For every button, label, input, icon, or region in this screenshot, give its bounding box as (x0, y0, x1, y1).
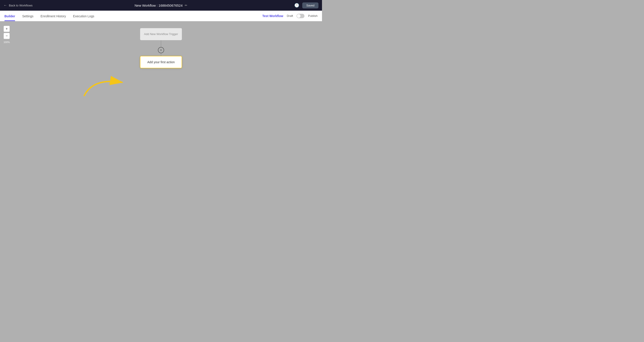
workflow-content: Add New Workflow Trigger + Add your firs… (0, 21, 322, 171)
back-to-workflows-button[interactable]: ← Back to Workflows (4, 3, 32, 7)
tab-builder[interactable]: Builder (4, 11, 15, 21)
back-label: Back to Workflows (9, 4, 32, 7)
tab-settings[interactable]: Settings (22, 11, 34, 21)
action-node[interactable]: Add your first action (140, 56, 182, 68)
zoom-level: 100% (4, 41, 10, 44)
tab-execution-logs[interactable]: Execution Logs (73, 11, 94, 21)
back-arrow-icon: ← (4, 3, 7, 7)
publish-label: Publish (308, 14, 318, 18)
zoom-in-button[interactable]: + (4, 26, 10, 32)
connector-line-2 (161, 53, 161, 56)
tabs-left: Builder Settings Enrollment History Exec… (4, 11, 94, 21)
trigger-node-text: Add New Workflow Trigger (144, 32, 178, 36)
canvas-area: + − 100% Add New Workflow Trigger + Add … (0, 21, 322, 171)
toggle-thumb (297, 14, 300, 18)
edit-icon[interactable]: ✏ (185, 4, 188, 7)
action-node-text: Add your first action (147, 60, 175, 64)
add-node-button[interactable]: + (158, 47, 164, 53)
header-right: 🕐 Saved (294, 2, 318, 8)
draft-label: Draft (287, 14, 293, 18)
draft-publish-toggle[interactable] (296, 14, 304, 18)
tabs-bar: Builder Settings Enrollment History Exec… (0, 11, 322, 21)
zoom-controls: + − 100% (4, 26, 10, 44)
trigger-node[interactable]: Add New Workflow Trigger (140, 28, 182, 40)
header: ← Back to Workflows New Workflow : 16884… (0, 0, 322, 11)
tab-enrollment-history[interactable]: Enrollment History (40, 11, 66, 21)
saved-button[interactable]: Saved (302, 2, 318, 8)
history-icon[interactable]: 🕐 (294, 3, 299, 8)
header-center: New Workflow : 1688450676524 ✏ (134, 4, 188, 7)
connector-line-1 (161, 40, 161, 47)
workflow-title: New Workflow : 1688450676524 (134, 4, 183, 7)
plus-icon: + (160, 48, 162, 52)
zoom-out-button[interactable]: − (4, 33, 10, 39)
tabs-right: Test Workflow Draft Publish (262, 14, 318, 18)
test-workflow-button[interactable]: Test Workflow (262, 14, 283, 18)
